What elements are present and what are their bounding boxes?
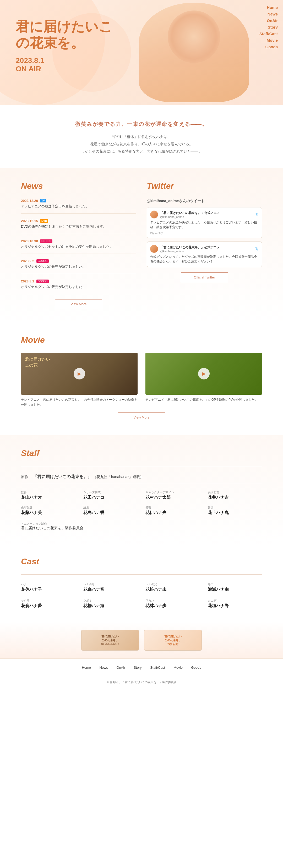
news-text-3: オリジナルグッズセットの注文予約の受付を開始しました。 xyxy=(21,244,136,250)
twitter-column: Twitter @kimihana_animeさんのツイート 「君に届けたいこの… xyxy=(147,181,262,309)
hero-date: 2023.8.1 ON AIR xyxy=(16,56,267,73)
staff-item-1: 監督 花山ハナオ xyxy=(21,490,75,500)
staff-item-3: キャラクターデザイン 花村ハナ太郎 xyxy=(145,490,200,500)
char-name-7: ワカバ xyxy=(145,599,200,602)
animation-name: 君に届けたいこの花束を。製作委員会 xyxy=(21,526,262,530)
news-badge-1: TV xyxy=(40,199,46,203)
movie-caption-2: テレビアニメ「君に届けたいこの花束を。」のOP主題歌のPVを公開しました。 xyxy=(145,397,262,402)
movie-section: Movie 君に届けたいこの花 ▶ テレビアニメ「君に届けたいこの花束を。」の先… xyxy=(0,322,283,435)
footer-nav-staffcast[interactable]: Staff/Cast xyxy=(150,665,165,670)
staff-name-2: 花田ハナコ xyxy=(83,495,138,500)
staff-role-8: 音楽 xyxy=(208,505,262,509)
news-text-5: オリジナルグッズの販売が決定しました。 xyxy=(21,284,136,290)
hero-image xyxy=(131,0,257,105)
news-item: 2023.10.30 GOODS オリジナルグッズセットの注文予約の受付を開始し… xyxy=(21,239,136,254)
staff-role-2: シリーズ構成 xyxy=(83,490,138,494)
banner-2[interactable]: 君に届けたいこの花束を。2巻 記念 xyxy=(144,630,202,651)
staff-name-7: 花伊ハナ夫 xyxy=(145,510,200,516)
movie-thumb-2[interactable]: ▶ xyxy=(145,353,262,395)
staff-original: 原作 『君に届けたいこの花束を。』 （花丸社「hanahana*」連載） xyxy=(21,474,262,484)
banner-text-1: 君に届けたいこの花束を。おためしよめる！ xyxy=(101,634,119,646)
tweet-avatar-1 xyxy=(150,211,158,218)
cast-grid: ハナ 花佐ハナ子 ハナの母 花森ハナ音 ハナの父 花松ハナ未 モエ 濃瀬ハナ由 … xyxy=(21,582,262,609)
actor-name-3: 花松ハナ未 xyxy=(145,587,200,592)
news-date-3: 2023.10.30 xyxy=(21,239,38,243)
main-nav: Home News OnAir Story Staff/Cast Movie G… xyxy=(259,5,278,49)
movie-card-1: 君に届けたいこの花 ▶ テレビアニメ「君に届けたいこの花束を。」の先行上映会のト… xyxy=(21,353,138,407)
staff-name-3: 花村ハナ太郎 xyxy=(145,495,200,500)
nav-home[interactable]: Home xyxy=(259,5,278,10)
original-pub: （花丸社「hanahana*」連載） xyxy=(93,475,144,479)
nav-news[interactable]: News xyxy=(259,12,278,16)
actor-name-7: 花林ハナ歩 xyxy=(145,603,200,609)
tweet-text-1: テレビアニメの放送が決定しました！応援ありがとうございます！嬉しい投稿、続き次第… xyxy=(150,220,259,229)
play-button-1[interactable]: ▶ xyxy=(74,368,85,379)
tweet-meta-1: #きみはな xyxy=(150,231,259,235)
tweet-card-1: 「君に届けたいこの花束を。」公式アニメ @kimihana_anime 𝕏 テレ… xyxy=(147,207,262,238)
animation-role-label: アニメーション制作 xyxy=(21,522,262,526)
banner-text-2: 君に届けたいこの花束を。2巻 記念 xyxy=(164,634,182,646)
nav-onair[interactable]: OnAir xyxy=(259,18,278,23)
actor-name-1: 花佐ハナ子 xyxy=(21,587,75,592)
movie-card-2: ▶ テレビアニメ「君に届けたいこの花束を。」のOP主題歌のPVを公開しました。 xyxy=(145,353,262,407)
footer-nav-onair[interactable]: OnAir xyxy=(116,665,125,670)
staff-role-6: 編集 xyxy=(83,505,138,509)
news-text-4: オリジナルグッズの販売が決定しました。 xyxy=(21,264,136,270)
play-button-2[interactable]: ▶ xyxy=(198,368,210,379)
char-name-6: ツボミ xyxy=(83,599,138,602)
movie-view-more-button[interactable]: View More xyxy=(118,412,165,422)
staff-section: Staff 原作 『君に届けたいこの花束を。』 （花丸社「hanahana*」連… xyxy=(0,435,283,544)
actor-name-4: 濃瀬ハナ由 xyxy=(208,587,262,592)
news-text-1: テレビアニメの放送予定日を更新しました。 xyxy=(21,204,136,209)
char-name-8: カエデ xyxy=(208,599,262,602)
char-name-2: ハナの母 xyxy=(83,582,138,586)
news-view-more-button[interactable]: View More xyxy=(55,299,102,309)
original-label: 原作 xyxy=(21,475,28,479)
footer-nav-news[interactable]: News xyxy=(99,665,108,670)
nav-story[interactable]: Story xyxy=(259,25,278,29)
movie-thumb-text-1: 君に届けたいこの花 xyxy=(25,356,50,368)
official-twitter-button[interactable]: Official Twitter xyxy=(181,273,228,282)
original-title: 『君に届けたいこの花束を。』 xyxy=(33,474,92,479)
cast-item-2: ハナの母 花森ハナ音 xyxy=(83,582,138,592)
nav-staffcast[interactable]: Staff/Cast xyxy=(259,31,278,36)
footer-nav-movie[interactable]: Movie xyxy=(174,665,183,670)
staff-item-2: シリーズ構成 花田ハナコ xyxy=(83,490,138,500)
staff-role-5: 色彩設計 xyxy=(21,505,75,509)
news-date-4: 2023.9.2 xyxy=(21,259,34,263)
staff-role-1: 監督 xyxy=(21,490,75,494)
news-item: 2023.12.20 TV テレビアニメの放送予定日を更新しました。 xyxy=(21,199,136,214)
footer-nav-home[interactable]: Home xyxy=(82,665,91,670)
news-badge-4: GOODS xyxy=(36,259,49,263)
staff-name-5: 花藤ハナ美 xyxy=(21,510,75,516)
char-name-4: モエ xyxy=(208,582,262,586)
staff-item-5: 色彩設計 花藤ハナ美 xyxy=(21,505,75,516)
news-badge-5: GOODS xyxy=(36,280,49,283)
cast-item-1: ハナ 花佐ハナ子 xyxy=(21,582,75,592)
news-date-1: 2023.12.20 xyxy=(21,199,38,203)
nav-movie[interactable]: Movie xyxy=(259,38,278,42)
news-date-2: 2023.12.15 xyxy=(21,219,38,223)
banner-1[interactable]: 君に届けたいこの花束を。おためしよめる！ xyxy=(81,630,139,651)
staff-name-4: 花井ハナ吉 xyxy=(208,495,262,500)
movie-thumb-1[interactable]: 君に届けたいこの花 ▶ xyxy=(21,353,138,395)
staff-animation: アニメーション制作 君に届けたいこの花束を。製作委員会 xyxy=(21,522,262,530)
tweet-avatar-2 xyxy=(150,245,158,253)
cast-item-8: カエデ 花垣ハナ野 xyxy=(208,599,262,609)
nav-goods[interactable]: Goods xyxy=(259,44,278,49)
staff-role-4: 美術監督 xyxy=(208,490,262,494)
char-name-3: ハナの父 xyxy=(145,582,200,586)
banners-section: 君に届けたいこの花束を。おためしよめる！ 君に届けたいこの花束を。2巻 記念 xyxy=(0,622,283,658)
cast-item-6: ツボミ 花橋ハナ海 xyxy=(83,599,138,609)
footer-nav-goods[interactable]: Goods xyxy=(191,665,201,670)
tweet-name-2: 「君に届けたいこの花束を。」公式アニメ xyxy=(160,245,220,250)
cast-item-3: ハナの父 花松ハナ未 xyxy=(145,582,200,592)
cast-item-7: ワカバ 花林ハナ歩 xyxy=(145,599,200,609)
cast-item-5: サクラ 花倉ハナ夢 xyxy=(21,599,75,609)
char-name-5: サクラ xyxy=(21,599,75,602)
twitter-handle-label: @kimihana_animeさんのツイート xyxy=(147,199,262,204)
footer-nav: Home News OnAir Story Staff/Cast Movie G… xyxy=(0,658,283,676)
actor-name-8: 花垣ハナ野 xyxy=(208,603,262,609)
footer-nav-story[interactable]: Story xyxy=(134,665,141,670)
movie-caption-1: テレビアニメ「君に届けたいこの花束を。」の先行上映会のトークショーの映像を公開し… xyxy=(21,397,138,407)
